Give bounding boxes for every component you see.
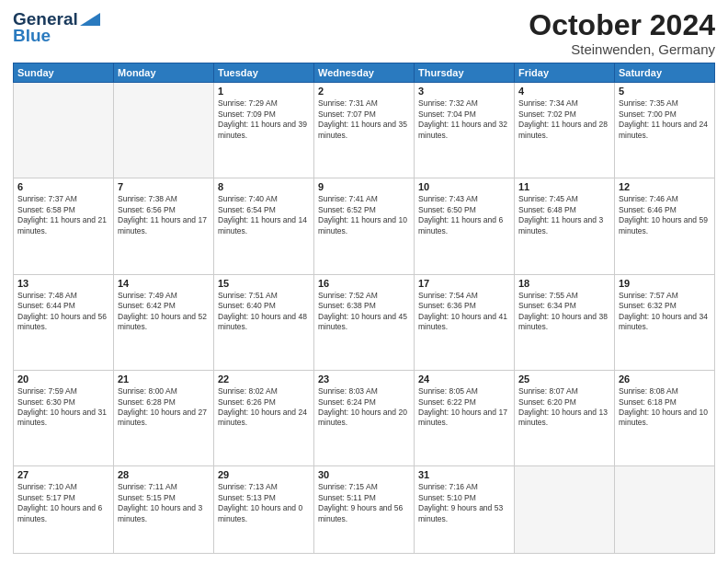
day-cell-18: 18Sunrise: 7:55 AM Sunset: 6:34 PM Dayli… bbox=[515, 274, 615, 370]
page: General Blue October 2024 Steinwenden, G… bbox=[0, 0, 728, 563]
week-row-1: 1Sunrise: 7:29 AM Sunset: 7:09 PM Daylig… bbox=[14, 83, 715, 178]
day-info: Sunrise: 7:31 AM Sunset: 7:07 PM Dayligh… bbox=[318, 98, 410, 141]
day-number: 29 bbox=[218, 469, 310, 480]
day-cell-24: 24Sunrise: 8:05 AM Sunset: 6:22 PM Dayli… bbox=[415, 371, 515, 466]
day-header-friday: Friday bbox=[515, 63, 615, 83]
day-cell-10: 10Sunrise: 7:43 AM Sunset: 6:50 PM Dayli… bbox=[415, 178, 515, 274]
day-info: Sunrise: 7:41 AM Sunset: 6:52 PM Dayligh… bbox=[318, 194, 410, 236]
day-number: 12 bbox=[619, 181, 711, 192]
day-info: Sunrise: 7:13 AM Sunset: 5:13 PM Dayligh… bbox=[218, 482, 310, 524]
day-number: 23 bbox=[318, 373, 410, 385]
logo-blue: Blue bbox=[13, 26, 51, 46]
day-header-saturday: Saturday bbox=[615, 63, 715, 83]
day-number: 11 bbox=[518, 181, 610, 192]
day-cell-9: 9Sunrise: 7:41 AM Sunset: 6:52 PM Daylig… bbox=[314, 178, 415, 274]
day-number: 8 bbox=[218, 181, 310, 192]
week-row-5: 27Sunrise: 7:10 AM Sunset: 5:17 PM Dayli… bbox=[14, 466, 715, 554]
day-info: Sunrise: 7:52 AM Sunset: 6:38 PM Dayligh… bbox=[318, 291, 410, 333]
day-cell-12: 12Sunrise: 7:46 AM Sunset: 6:46 PM Dayli… bbox=[615, 178, 715, 274]
day-info: Sunrise: 7:11 AM Sunset: 5:15 PM Dayligh… bbox=[118, 482, 210, 524]
day-info: Sunrise: 7:55 AM Sunset: 6:34 PM Dayligh… bbox=[518, 291, 610, 333]
location: Steinwenden, Germany bbox=[529, 41, 715, 57]
day-cell-26: 26Sunrise: 8:08 AM Sunset: 6:18 PM Dayli… bbox=[615, 371, 715, 466]
day-number: 14 bbox=[118, 278, 210, 289]
day-cell-27: 27Sunrise: 7:10 AM Sunset: 5:17 PM Dayli… bbox=[14, 466, 114, 554]
month-title: October 2024 bbox=[529, 9, 715, 41]
day-cell-2: 2Sunrise: 7:31 AM Sunset: 7:07 PM Daylig… bbox=[314, 83, 415, 178]
empty-cell bbox=[615, 466, 715, 554]
day-cell-30: 30Sunrise: 7:15 AM Sunset: 5:11 PM Dayli… bbox=[314, 466, 415, 554]
week-row-2: 6Sunrise: 7:37 AM Sunset: 6:58 PM Daylig… bbox=[14, 178, 715, 274]
day-cell-8: 8Sunrise: 7:40 AM Sunset: 6:54 PM Daylig… bbox=[214, 178, 314, 274]
day-info: Sunrise: 7:32 AM Sunset: 7:04 PM Dayligh… bbox=[418, 98, 510, 141]
day-header-sunday: Sunday bbox=[14, 63, 114, 83]
day-cell-28: 28Sunrise: 7:11 AM Sunset: 5:15 PM Dayli… bbox=[114, 466, 214, 554]
day-info: Sunrise: 7:46 AM Sunset: 6:46 PM Dayligh… bbox=[619, 194, 711, 236]
day-number: 15 bbox=[218, 278, 310, 289]
day-cell-3: 3Sunrise: 7:32 AM Sunset: 7:04 PM Daylig… bbox=[415, 83, 515, 178]
day-number: 31 bbox=[418, 469, 510, 480]
day-cell-15: 15Sunrise: 7:51 AM Sunset: 6:40 PM Dayli… bbox=[214, 274, 314, 370]
day-header-thursday: Thursday bbox=[415, 63, 515, 83]
day-cell-20: 20Sunrise: 7:59 AM Sunset: 6:30 PM Dayli… bbox=[14, 371, 114, 466]
week-row-3: 13Sunrise: 7:48 AM Sunset: 6:44 PM Dayli… bbox=[14, 274, 715, 370]
day-info: Sunrise: 7:40 AM Sunset: 6:54 PM Dayligh… bbox=[218, 194, 310, 236]
day-number: 24 bbox=[418, 373, 510, 385]
day-cell-19: 19Sunrise: 7:57 AM Sunset: 6:32 PM Dayli… bbox=[615, 274, 715, 370]
day-number: 25 bbox=[518, 373, 610, 385]
day-number: 27 bbox=[17, 469, 109, 480]
day-cell-21: 21Sunrise: 8:00 AM Sunset: 6:28 PM Dayli… bbox=[114, 371, 214, 466]
day-number: 19 bbox=[619, 278, 711, 289]
day-info: Sunrise: 7:43 AM Sunset: 6:50 PM Dayligh… bbox=[418, 194, 510, 236]
day-header-wednesday: Wednesday bbox=[314, 63, 415, 83]
day-number: 18 bbox=[518, 278, 610, 289]
day-number: 2 bbox=[318, 86, 410, 97]
day-number: 4 bbox=[518, 86, 610, 97]
day-cell-1: 1Sunrise: 7:29 AM Sunset: 7:09 PM Daylig… bbox=[214, 83, 314, 178]
empty-cell bbox=[14, 83, 114, 178]
day-number: 17 bbox=[418, 278, 510, 289]
day-number: 6 bbox=[17, 181, 109, 192]
day-cell-5: 5Sunrise: 7:35 AM Sunset: 7:00 PM Daylig… bbox=[615, 83, 715, 178]
day-info: Sunrise: 8:07 AM Sunset: 6:20 PM Dayligh… bbox=[518, 386, 610, 429]
day-number: 5 bbox=[619, 86, 711, 97]
day-number: 28 bbox=[118, 469, 210, 480]
day-cell-17: 17Sunrise: 7:54 AM Sunset: 6:36 PM Dayli… bbox=[415, 274, 515, 370]
day-cell-25: 25Sunrise: 8:07 AM Sunset: 6:20 PM Dayli… bbox=[515, 371, 615, 466]
day-number: 22 bbox=[218, 373, 310, 385]
day-info: Sunrise: 8:08 AM Sunset: 6:18 PM Dayligh… bbox=[619, 386, 711, 429]
day-number: 20 bbox=[17, 373, 109, 385]
day-info: Sunrise: 7:37 AM Sunset: 6:58 PM Dayligh… bbox=[17, 194, 109, 236]
logo-icon bbox=[80, 13, 100, 26]
calendar-table: SundayMondayTuesdayWednesdayThursdayFrid… bbox=[13, 63, 715, 554]
day-info: Sunrise: 8:03 AM Sunset: 6:24 PM Dayligh… bbox=[318, 386, 410, 429]
day-cell-31: 31Sunrise: 7:16 AM Sunset: 5:10 PM Dayli… bbox=[415, 466, 515, 554]
day-info: Sunrise: 7:35 AM Sunset: 7:00 PM Dayligh… bbox=[619, 98, 711, 141]
day-info: Sunrise: 7:34 AM Sunset: 7:02 PM Dayligh… bbox=[518, 98, 610, 141]
day-cell-16: 16Sunrise: 7:52 AM Sunset: 6:38 PM Dayli… bbox=[314, 274, 415, 370]
day-info: Sunrise: 7:29 AM Sunset: 7:09 PM Dayligh… bbox=[218, 98, 310, 141]
day-number: 26 bbox=[619, 373, 711, 385]
day-info: Sunrise: 7:59 AM Sunset: 6:30 PM Dayligh… bbox=[17, 386, 109, 429]
day-number: 1 bbox=[218, 86, 310, 97]
header: General Blue October 2024 Steinwenden, G… bbox=[13, 9, 715, 57]
day-header-tuesday: Tuesday bbox=[214, 63, 314, 83]
day-info: Sunrise: 7:51 AM Sunset: 6:40 PM Dayligh… bbox=[218, 291, 310, 333]
day-cell-22: 22Sunrise: 8:02 AM Sunset: 6:26 PM Dayli… bbox=[214, 371, 314, 466]
day-number: 21 bbox=[118, 373, 210, 385]
day-number: 7 bbox=[118, 181, 210, 192]
day-number: 3 bbox=[418, 86, 510, 97]
day-cell-29: 29Sunrise: 7:13 AM Sunset: 5:13 PM Dayli… bbox=[214, 466, 314, 554]
day-header-monday: Monday bbox=[114, 63, 214, 83]
day-number: 30 bbox=[318, 469, 410, 480]
day-info: Sunrise: 7:49 AM Sunset: 6:42 PM Dayligh… bbox=[118, 291, 210, 333]
day-info: Sunrise: 7:16 AM Sunset: 5:10 PM Dayligh… bbox=[418, 482, 510, 524]
week-row-4: 20Sunrise: 7:59 AM Sunset: 6:30 PM Dayli… bbox=[14, 371, 715, 466]
day-info: Sunrise: 7:54 AM Sunset: 6:36 PM Dayligh… bbox=[418, 291, 510, 333]
logo: General Blue bbox=[13, 9, 100, 46]
day-number: 13 bbox=[17, 278, 109, 289]
day-cell-7: 7Sunrise: 7:38 AM Sunset: 6:56 PM Daylig… bbox=[114, 178, 214, 274]
day-number: 16 bbox=[318, 278, 410, 289]
day-info: Sunrise: 8:02 AM Sunset: 6:26 PM Dayligh… bbox=[218, 386, 310, 429]
day-number: 10 bbox=[418, 181, 510, 192]
